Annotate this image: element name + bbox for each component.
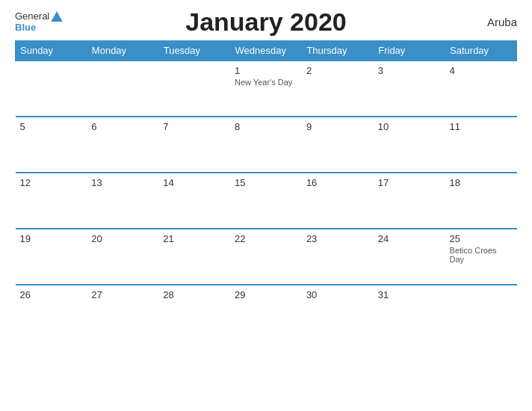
logo: General Blue: [15, 11, 64, 33]
day-cell-3-2: 21: [158, 229, 230, 285]
day-cell-3-6: 25Betico Croes Day: [445, 229, 517, 285]
day-cell-3-4: 23: [302, 229, 374, 285]
day-cell-4-6: [445, 285, 517, 341]
day-cell-2-2: 14: [158, 173, 230, 229]
day-cell-0-6: 4: [445, 61, 517, 117]
day-cell-4-2: 28: [158, 285, 230, 341]
day-number: 13: [91, 177, 154, 188]
day-cell-4-4: 30: [302, 285, 374, 341]
week-row-3: 12131415161718: [16, 173, 517, 229]
day-cell-1-5: 10: [374, 117, 445, 173]
day-cell-0-2: [158, 61, 230, 117]
day-cell-0-1: [87, 61, 158, 117]
day-number: 19: [20, 233, 83, 244]
day-number: 18: [450, 177, 513, 188]
day-cell-0-3: 1New Year's Day: [230, 61, 302, 117]
day-number: 7: [163, 121, 226, 132]
week-row-4: 19202122232425Betico Croes Day: [16, 229, 517, 285]
day-cell-3-0: 19: [16, 229, 87, 285]
day-number: 10: [378, 121, 441, 132]
day-number: 31: [378, 289, 441, 300]
day-number: 30: [306, 289, 369, 300]
week-row-1: 1New Year's Day234: [16, 61, 517, 117]
day-number: 23: [306, 233, 369, 244]
logo-blue: Blue: [15, 22, 64, 33]
day-cell-4-1: 27: [87, 285, 158, 341]
day-number: 24: [378, 233, 441, 244]
day-number: 3: [378, 65, 441, 76]
day-cell-2-1: 13: [87, 173, 158, 229]
logo-text: General Blue: [15, 11, 64, 33]
day-cell-3-1: 20: [87, 229, 158, 285]
day-cell-1-1: 6: [87, 117, 158, 173]
day-number: 11: [450, 121, 513, 132]
day-number: 22: [235, 233, 297, 244]
event-text: New Year's Day: [235, 78, 297, 87]
day-number: 25: [450, 233, 513, 244]
day-number: 12: [20, 177, 83, 188]
day-number: 29: [235, 289, 297, 300]
week-row-2: 567891011: [16, 117, 517, 173]
day-number: 14: [163, 177, 226, 188]
calendar-header: General Blue January 2020 Aruba: [15, 11, 517, 33]
day-number: 26: [20, 289, 83, 300]
day-cell-3-5: 24: [374, 229, 445, 285]
country-name: Aruba: [487, 16, 517, 28]
day-cell-2-0: 12: [16, 173, 87, 229]
day-number: 15: [235, 177, 297, 188]
calendar-table: Sunday Monday Tuesday Wednesday Thursday…: [15, 40, 517, 341]
day-number: 8: [235, 121, 297, 132]
day-cell-4-5: 31: [374, 285, 445, 341]
header-wednesday: Wednesday: [230, 40, 302, 61]
day-cell-2-5: 17: [374, 173, 445, 229]
day-cell-1-2: 7: [158, 117, 230, 173]
day-cell-1-6: 11: [445, 117, 517, 173]
day-cell-4-3: 29: [230, 285, 302, 341]
day-number: 16: [306, 177, 369, 188]
day-cell-4-0: 26: [16, 285, 87, 341]
day-number: 1: [235, 65, 297, 76]
day-number: 9: [306, 121, 369, 132]
header-saturday: Saturday: [445, 40, 517, 61]
calendar-container: General Blue January 2020 Aruba Sunday M…: [0, 0, 532, 411]
day-cell-1-4: 9: [302, 117, 374, 173]
day-cell-0-0: [16, 61, 87, 117]
day-number: 20: [91, 233, 154, 244]
header-sunday: Sunday: [16, 40, 87, 61]
header-monday: Monday: [87, 40, 158, 61]
day-cell-0-4: 2: [302, 61, 374, 117]
event-text: Betico Croes Day: [450, 246, 513, 264]
day-number: 28: [163, 289, 226, 300]
svg-marker-0: [51, 11, 63, 22]
day-cell-2-4: 16: [302, 173, 374, 229]
day-cell-1-3: 8: [230, 117, 302, 173]
weekday-header-row: Sunday Monday Tuesday Wednesday Thursday…: [16, 40, 517, 61]
day-number: 17: [378, 177, 441, 188]
header-thursday: Thursday: [302, 40, 374, 61]
day-cell-3-3: 22: [230, 229, 302, 285]
calendar-body: 1New Year's Day2345678910111213141516171…: [16, 61, 517, 341]
month-title: January 2020: [185, 7, 347, 37]
day-number: 6: [91, 121, 154, 132]
day-number: 21: [163, 233, 226, 244]
day-cell-0-5: 3: [374, 61, 445, 117]
week-row-5: 262728293031: [16, 285, 517, 341]
day-cell-1-0: 5: [16, 117, 87, 173]
header-tuesday: Tuesday: [158, 40, 230, 61]
day-number: 2: [306, 65, 369, 76]
day-number: 5: [20, 121, 83, 132]
header-friday: Friday: [374, 40, 445, 61]
day-cell-2-3: 15: [230, 173, 302, 229]
day-number: 27: [91, 289, 154, 300]
day-number: 4: [450, 65, 513, 76]
day-cell-2-6: 18: [445, 173, 517, 229]
